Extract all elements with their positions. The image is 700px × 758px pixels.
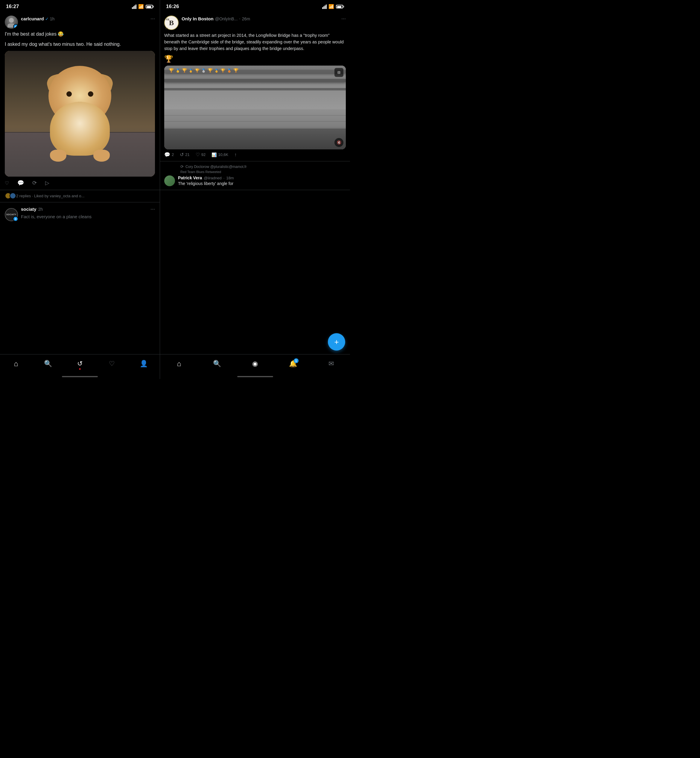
- more-options-button[interactable]: ···: [150, 16, 155, 22]
- right-search-icon: 🔍: [213, 360, 221, 368]
- views-icon: 📊: [211, 152, 217, 157]
- boston-username[interactable]: Only In Boston: [181, 16, 214, 21]
- right-audiomack-nav-button[interactable]: ◉: [248, 357, 262, 370]
- right-panel: 16:26 📶 B OI DI: [160, 0, 350, 379]
- retweeter-name: Cory Doctorow @pluralistic@mamot.fr: [186, 164, 247, 169]
- trophy-3: 🏆: [182, 68, 187, 73]
- tweet-text-1: I'm the best at dad jokes 😂: [5, 31, 155, 38]
- tweet-only-in-boston[interactable]: B OI DI Only In Boston @OnlyInB... · 26m…: [160, 12, 350, 161]
- retweet-preview-text: The 'religious liberty' angle for: [178, 181, 346, 187]
- dog-paw-right: [93, 150, 110, 162]
- right-home-nav-button[interactable]: ⌂: [173, 357, 186, 370]
- trophy-6: 🥈: [201, 69, 206, 73]
- heart-nav-icon: ♡: [109, 360, 115, 368]
- retweet-text-area: Patrick Vera @iiradned · 18m The 'religi…: [178, 175, 346, 187]
- right-mail-nav-button[interactable]: ✉: [325, 357, 338, 370]
- upload-icon: ↑: [234, 152, 237, 157]
- retweeter-text: Cory Doctorow @pluralistic@mamot.fr: [186, 164, 247, 169]
- retweet-icon: ⟳: [32, 180, 37, 186]
- home-nav-button[interactable]: ⌂: [9, 357, 22, 370]
- trophy-9: 🏆: [220, 68, 225, 73]
- right-time: 16:26: [166, 3, 179, 9]
- like-stat[interactable]: ♡ 92: [195, 152, 206, 157]
- notification-badge: 1: [294, 358, 298, 363]
- tweet-dog-image[interactable]: [5, 51, 155, 177]
- sociaty-user-info: sociaty 2h: [21, 207, 43, 211]
- left-status-bar: 16:27 📶: [0, 0, 160, 12]
- trophy-10: 🥉: [227, 69, 231, 73]
- person-icon: 👤: [140, 360, 148, 368]
- comment-stat[interactable]: 💬 2: [164, 152, 174, 157]
- reply-avatars: [5, 193, 14, 199]
- upload-stat[interactable]: ↑: [234, 152, 237, 157]
- right-search-nav-button[interactable]: 🔍: [211, 357, 224, 370]
- dog-paw-left: [50, 150, 66, 162]
- carlcunard-avatar[interactable]: +: [5, 16, 18, 29]
- sociaty-more-button[interactable]: ···: [150, 206, 155, 212]
- share-button[interactable]: ▷: [45, 180, 49, 186]
- retweet-dot: ·: [223, 176, 225, 180]
- trophy-11: 🏆: [233, 68, 238, 73]
- sociaty-avatar[interactable]: SOCIATY +: [5, 208, 18, 221]
- like-button[interactable]: ♡: [5, 180, 9, 186]
- boston-meta: Only In Boston @OnlyInB... · 26m ···: [181, 16, 346, 22]
- right-bottom-nav: ⌂ 🔍 ◉ 🔔 1 ✉: [160, 354, 350, 379]
- comment-stat-icon: 💬: [164, 152, 170, 157]
- retweet-content: Patrick Vera @iiradned · 18m The 'religi…: [164, 175, 346, 187]
- bridge-image[interactable]: 🏆 🥇 🏆 🏅 🏆 🥈 🏆 🏅 🏆 🥉 🏆: [164, 66, 346, 149]
- battery-icon: [146, 5, 154, 8]
- trophy-8: 🏅: [214, 69, 219, 73]
- tweet-user-row: carlcunard ✓ 1h ···: [21, 16, 155, 22]
- audiomack-icon: ◉: [252, 360, 258, 368]
- retweet-sub-label: Red Team Blues Retweeted: [180, 170, 346, 174]
- sociaty-follow-plus[interactable]: +: [13, 216, 18, 222]
- wall-line-1: [164, 115, 346, 116]
- retweet-item[interactable]: ⟳ Cory Doctorow @pluralistic@mamot.fr Re…: [160, 161, 350, 190]
- dog-body-group: [41, 66, 119, 162]
- replies-bar[interactable]: 2 replies · Liked by vaniey_octa and o..…: [0, 190, 160, 202]
- retweet-stat[interactable]: ↺ 21: [180, 152, 189, 157]
- beam-2: [164, 79, 346, 82]
- sociaty-username[interactable]: sociaty: [21, 207, 36, 211]
- retweet-count: 21: [185, 152, 189, 157]
- right-notifications-nav-button[interactable]: 🔔 1: [287, 357, 300, 370]
- comment-button[interactable]: 💬: [17, 180, 24, 186]
- left-status-icons: 📶: [132, 4, 154, 9]
- tweet-carlcunard[interactable]: + carlcunard ✓ 1h ··· I'm the best at da…: [0, 12, 160, 190]
- boston-handle: @OnlyInB...: [215, 16, 238, 21]
- tweet-sociaty[interactable]: SOCIATY + sociaty 2h ··· Fact is, everyo…: [0, 202, 160, 227]
- tweet-username[interactable]: carlcunard: [21, 16, 44, 21]
- compose-fab-button[interactable]: +: [328, 333, 345, 351]
- right-wifi-icon: 📶: [328, 4, 334, 9]
- likes-nav-button[interactable]: ♡: [105, 357, 119, 370]
- profile-nav-button[interactable]: 👤: [137, 357, 150, 370]
- media-type-icon: ⊟: [334, 68, 344, 77]
- right-status-bar: 16:26 📶: [160, 0, 350, 12]
- tweet-header: + carlcunard ✓ 1h ···: [5, 16, 155, 29]
- boston-avatar[interactable]: B OI DI: [164, 16, 178, 30]
- trophy-shelf: 🏆 🥇 🏆 🏅 🏆 🥈 🏆 🏅 🏆 🥉 🏆: [164, 68, 346, 73]
- search-nav-button[interactable]: 🔍: [41, 357, 55, 370]
- follow-plus[interactable]: +: [13, 24, 18, 29]
- boston-logo-di: DI: [166, 27, 168, 30]
- boston-user-row: Only In Boston @OnlyInB... · 26m ···: [181, 16, 346, 22]
- refresh-nav-button[interactable]: ↺: [73, 357, 86, 370]
- trophy-2: 🥇: [176, 69, 180, 73]
- boston-logo-b: B: [169, 19, 174, 27]
- patrick-avatar[interactable]: [164, 175, 175, 186]
- boston-user-info: Only In Boston @OnlyInB... · 26m: [181, 16, 250, 22]
- tweet-time: 1h: [50, 16, 55, 21]
- views-stat[interactable]: 📊 10,6K: [211, 152, 228, 157]
- retweet-stat-icon: ↺: [180, 152, 184, 157]
- right-signal-icon: [322, 5, 327, 9]
- dog-eye-right: [88, 91, 93, 97]
- retweet-button[interactable]: ⟳: [32, 180, 37, 186]
- share-icon: ▷: [45, 180, 49, 186]
- boston-more-button[interactable]: ···: [341, 16, 346, 22]
- refresh-dot: [79, 368, 80, 370]
- trophy-emoji: 🏆: [164, 55, 346, 63]
- right-status-icons: 📶: [322, 4, 344, 9]
- search-icon: 🔍: [44, 360, 52, 368]
- left-time: 16:27: [6, 3, 19, 9]
- sociaty-time: 2h: [38, 207, 43, 211]
